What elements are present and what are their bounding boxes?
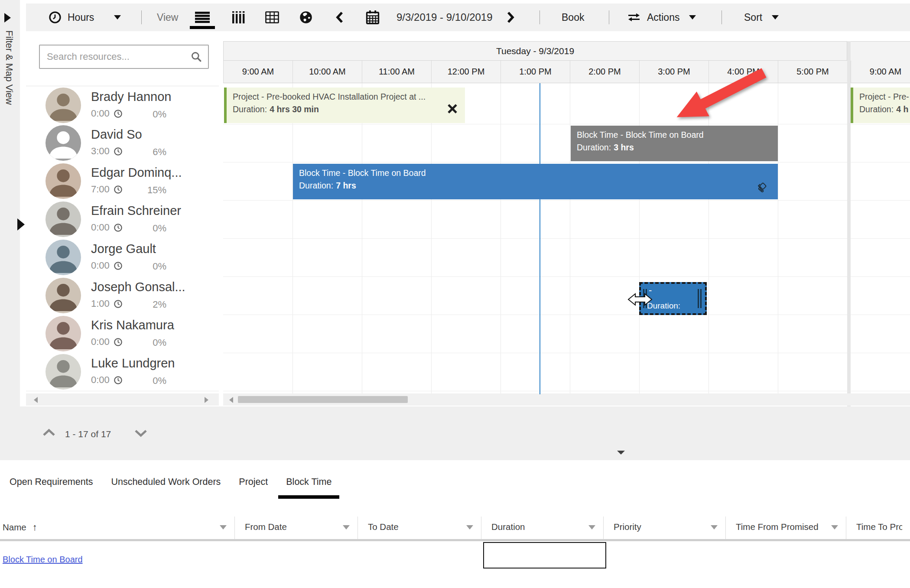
resize-handle-right[interactable] bbox=[698, 289, 703, 308]
column-header-to-date[interactable]: To Date bbox=[368, 522, 399, 532]
book-button[interactable]: Book bbox=[562, 3, 584, 31]
resource-utilization: 15% bbox=[130, 185, 166, 196]
block-time-row-link[interactable]: Block Time on Board bbox=[3, 555, 83, 565]
resource-search[interactable] bbox=[39, 45, 209, 69]
column-menu-icon[interactable] bbox=[831, 525, 838, 530]
column-header-time-to-pro[interactable]: Time To Pro bbox=[856, 522, 902, 532]
chevron-left-icon bbox=[335, 11, 345, 23]
event-title: Project - Pre- bbox=[853, 88, 910, 102]
column-separator bbox=[481, 517, 481, 539]
page-up-icon[interactable] bbox=[42, 428, 56, 437]
view-columns-button[interactable] bbox=[231, 3, 246, 31]
dismiss-icon[interactable] bbox=[447, 103, 458, 114]
page-down-icon[interactable] bbox=[133, 429, 148, 438]
hours-dropdown[interactable]: Hours bbox=[49, 3, 121, 31]
duration-edit-cell[interactable] bbox=[483, 542, 606, 569]
pagination-range: 1 - 17 of 17 bbox=[65, 429, 111, 439]
clock-small-icon bbox=[114, 109, 123, 118]
divider bbox=[540, 10, 540, 24]
resource-row[interactable]: Edgar Dominq... 7:00 15% bbox=[26, 162, 219, 201]
avatar bbox=[46, 163, 81, 199]
resource-utilization: 6% bbox=[130, 146, 166, 158]
current-time-line bbox=[540, 83, 540, 394]
resource-row[interactable]: Jorge Gault 0:00 0% bbox=[26, 238, 219, 277]
grid-line bbox=[292, 83, 293, 394]
column-header-priority[interactable]: Priority bbox=[614, 522, 641, 532]
time-slot-header-next-day: 9:00 AM bbox=[851, 61, 910, 83]
gantt-scrollbar[interactable] bbox=[223, 393, 910, 406]
search-input[interactable] bbox=[40, 51, 191, 62]
grid-line bbox=[851, 124, 910, 124]
column-header-duration[interactable]: Duration bbox=[491, 522, 525, 532]
prev-period-button[interactable] bbox=[335, 3, 345, 31]
tab-project[interactable]: Project bbox=[239, 477, 268, 487]
actions-label: Actions bbox=[647, 12, 679, 23]
avatar bbox=[46, 240, 81, 275]
tab-block-time[interactable]: Block Time bbox=[286, 477, 332, 487]
scroll-left-icon[interactable] bbox=[34, 397, 38, 403]
chevron-down-icon bbox=[689, 15, 696, 19]
grid-line bbox=[223, 238, 847, 239]
date-range-label: 9/3/2019 - 9/10/2019 bbox=[396, 11, 493, 23]
grid-line bbox=[851, 238, 910, 239]
sort-dropdown[interactable]: Sort bbox=[744, 3, 779, 31]
map-button[interactable] bbox=[299, 3, 313, 31]
resource-utilization: 0% bbox=[130, 375, 166, 387]
grid-line bbox=[851, 315, 910, 315]
column-header-from-date[interactable]: From Date bbox=[245, 522, 287, 532]
resource-name: Kris Nakamura bbox=[91, 318, 174, 332]
resource-scrollbar[interactable] bbox=[26, 393, 219, 406]
column-menu-icon[interactable] bbox=[711, 525, 718, 530]
expand-filter-panel-icon[interactable] bbox=[4, 13, 11, 23]
gantt-event-block-time-blue[interactable]: Block Time - Block Time on Board Duratio… bbox=[293, 164, 778, 199]
calendar-button[interactable] bbox=[365, 3, 380, 31]
time-slot-header: 5:00 PM bbox=[778, 61, 847, 83]
resource-utilization: 0% bbox=[130, 109, 166, 120]
scroll-right-icon[interactable] bbox=[205, 397, 208, 403]
column-header-time-from-promised[interactable]: Time From Promised bbox=[736, 522, 819, 532]
column-header-name[interactable]: Name↑ bbox=[3, 522, 37, 533]
resource-row[interactable]: Brady Hannon 0:00 0% bbox=[26, 86, 219, 125]
resource-hours: 0:00 bbox=[91, 260, 123, 271]
resource-row[interactable]: Efrain Schreiner 0:00 0% bbox=[26, 200, 219, 239]
gantt-event-hvac-project[interactable]: Project - Pre-booked HVAC Installation P… bbox=[224, 88, 465, 123]
column-menu-icon[interactable] bbox=[343, 525, 350, 530]
next-period-button[interactable] bbox=[505, 3, 516, 31]
resource-utilization: 0% bbox=[130, 261, 166, 272]
column-menu-icon[interactable] bbox=[466, 525, 473, 530]
columns-view-icon bbox=[231, 11, 246, 23]
grid-line bbox=[851, 353, 910, 353]
grid-line bbox=[851, 391, 910, 391]
resource-row[interactable]: David So 3:00 6% bbox=[26, 124, 219, 162]
tab-open-requirements[interactable]: Open Requirements bbox=[10, 477, 93, 487]
grid-line bbox=[223, 200, 847, 201]
resource-row[interactable]: Kris Nakamura 0:00 0% bbox=[26, 315, 219, 353]
sort-label: Sort bbox=[744, 12, 762, 23]
grid-line bbox=[223, 391, 847, 391]
resource-row[interactable]: Joseph Gonsal... 1:00 2% bbox=[26, 276, 219, 315]
filter-map-view-label[interactable]: Filter & Map View bbox=[3, 30, 15, 105]
scroll-left-icon[interactable] bbox=[229, 397, 233, 403]
actions-dropdown[interactable]: Actions bbox=[627, 3, 696, 31]
column-menu-icon[interactable] bbox=[220, 525, 227, 530]
tab-unscheduled-work-orders[interactable]: Unscheduled Work Orders bbox=[111, 477, 221, 487]
view-grid-button[interactable] bbox=[265, 3, 279, 31]
bottom-panel: Open RequirementsUnscheduled Work Orders… bbox=[0, 460, 910, 588]
clock-small-icon bbox=[114, 376, 123, 385]
toolbar: Hours View bbox=[26, 3, 910, 31]
column-separator bbox=[725, 517, 726, 539]
bottom-tabs: Open RequirementsUnscheduled Work Orders… bbox=[10, 477, 332, 487]
collapse-panel-icon[interactable] bbox=[617, 451, 625, 455]
time-slot-header: 1:00 PM bbox=[500, 61, 570, 83]
pagination-band: 1 - 17 of 17 bbox=[0, 406, 910, 460]
swap-arrows-icon bbox=[627, 12, 641, 23]
resource-panel-expand-icon[interactable] bbox=[17, 218, 25, 231]
column-menu-icon[interactable] bbox=[588, 525, 595, 530]
list-view-icon bbox=[191, 11, 214, 23]
chevron-down-icon bbox=[772, 15, 779, 19]
gantt-event-next-day-project[interactable]: Project - Pre- Duration:4 h bbox=[851, 88, 910, 123]
chevron-right-icon bbox=[505, 11, 516, 23]
gantt-scrollbar-thumb[interactable] bbox=[238, 396, 408, 403]
resource-row[interactable]: Luke Lundgren 0:00 0% bbox=[26, 353, 219, 391]
resource-hours: 7:00 bbox=[91, 184, 123, 195]
